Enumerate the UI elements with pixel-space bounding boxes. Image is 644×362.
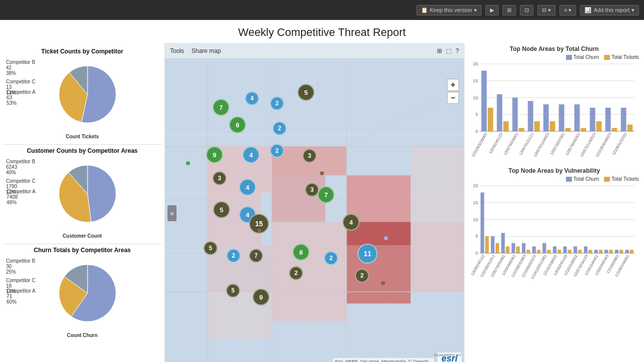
churn-bar-top_node_vulnerability-6 — [542, 243, 546, 253]
map-bubble-0[interactable]: 7 — [212, 99, 230, 116]
churn-bar-top_node_churn-6 — [574, 104, 580, 131]
map-bubble-7[interactable]: 4 — [242, 146, 260, 163]
brown-dot1 — [320, 171, 324, 175]
bar-label-top_node_churn-9: 121050131031 — [611, 132, 628, 156]
bar-chart-title-top_node_vulnerability: Top Node Areas by Vulnerability — [467, 167, 642, 174]
svg-rect-0 — [165, 59, 464, 362]
right-panel: Top Node Areas by Total ChurnTotal Churn… — [464, 43, 644, 362]
churn-bar-top_node_churn-5 — [559, 104, 564, 131]
map-icon1-button[interactable]: ⊞ — [437, 47, 442, 54]
pie-label-below-churn_totals: Count Churn — [5, 333, 160, 338]
svg-marker-9 — [272, 175, 326, 222]
tickets-bar-top_node_churn-3 — [534, 121, 540, 131]
map-bubble-19[interactable]: 2 — [226, 249, 240, 263]
churn-bar-top_node_churn-4 — [544, 104, 549, 131]
map-bubble-9[interactable]: 3 — [302, 149, 316, 163]
brown-dot3 — [381, 281, 385, 285]
tools-button[interactable]: Tools — [170, 47, 184, 54]
play-button[interactable]: ▶ — [486, 5, 498, 15]
tickets-bar-top_node_churn-9 — [628, 125, 633, 132]
legend-text: Total Churn — [574, 54, 599, 60]
pie-chart-title-churn_totals: Churn Totals by Competitor Areas — [5, 247, 160, 254]
svg-text:20: 20 — [473, 61, 478, 66]
top-bar: 📋 Keep this version ▾ ▶ ⊞ ⊡ ⊟ ▾ ≡ ▾ 📊 Ad… — [0, 0, 644, 20]
green-dot — [186, 161, 190, 165]
tool3-button[interactable]: ⊟ ▾ — [538, 5, 556, 15]
map-bubble-20[interactable]: 7 — [249, 249, 263, 263]
map-bubble-13[interactable]: 5 — [213, 201, 230, 218]
churn-bar-top_node_vulnerability-10 — [584, 247, 588, 254]
map-bubble-17[interactable]: 4 — [342, 214, 360, 231]
pie-legend-ticket_counts: Competitor A6353%Competitor B4238%Compet… — [6, 59, 36, 98]
tickets-bar-top_node_churn-7 — [596, 121, 602, 131]
map-bubble-1[interactable]: 4 — [245, 91, 259, 105]
bar-label-top_node_churn-3: 120570121111 — [518, 132, 534, 156]
zoom-out-button[interactable]: − — [447, 92, 459, 104]
churn-bar-top_node_churn-3 — [528, 101, 534, 131]
legend-label-a-customer_counts: Competitor A740848% — [6, 189, 36, 205]
tickets-bar-top_node_vulnerability-8 — [568, 250, 572, 253]
add-report-button[interactable]: 📊 Add this report ▾ — [580, 5, 639, 15]
churn-bar-top_node_vulnerability-1 — [491, 236, 494, 253]
tool4-button[interactable]: ≡ ▾ — [560, 5, 576, 15]
map-bubble-2[interactable]: 2 — [270, 96, 284, 110]
map-area[interactable]: 742562942334354157452782112259 + − » Esr… — [165, 59, 464, 362]
map-bubble-3[interactable]: 5 — [298, 84, 314, 101]
svg-text:15: 15 — [473, 200, 478, 205]
svg-line-25 — [346, 88, 464, 146]
bar-chart-title-top_node_churn: Top Node Areas by Total Churn — [467, 45, 642, 52]
map-bubble-5[interactable]: 2 — [272, 121, 286, 135]
pie-chart-title-ticket_counts: Ticket Counts by Competitor — [5, 48, 160, 55]
tickets-bar-top_node_vulnerability-6 — [547, 250, 550, 253]
map-bubble-10[interactable]: 3 — [212, 171, 226, 185]
share-map-button[interactable]: Share map — [192, 47, 221, 54]
map-bubble-6[interactable]: 9 — [206, 146, 223, 163]
bar-legend-item-top_node_vulnerability: Total Tickets — [604, 176, 639, 182]
churn-bar-top_node_vulnerability-2 — [501, 233, 504, 254]
legend-item-customer_counts-1: Competitor B624340% — [6, 159, 36, 175]
map-bubble-24[interactable]: 2 — [355, 269, 369, 283]
map-panel[interactable]: Tools Share map ⊞ ⬚ ? — [165, 43, 464, 362]
tickets-bar-top_node_churn-2 — [519, 128, 524, 131]
zoom-in-button[interactable]: + — [447, 79, 459, 91]
map-bubble-11[interactable]: 4 — [239, 179, 256, 196]
keep-version-button[interactable]: 📋 Keep this version ▾ — [416, 5, 482, 15]
churn-bar-top_node_vulnerability-11 — [594, 250, 598, 253]
churn-bar-top_node_vulnerability-9 — [574, 247, 577, 254]
pie-wrap-churn_totals: Competitor A7160%Competitor B3025%Compet… — [5, 256, 160, 332]
tickets-bar-top_node_vulnerability-1 — [496, 243, 499, 253]
map-bubble-22[interactable]: 2 — [324, 251, 338, 265]
tickets-bar-top_node_churn-6 — [581, 128, 586, 131]
churn-bar-top_node_vulnerability-8 — [563, 247, 566, 254]
tickets-bar-top_node_churn-0 — [488, 108, 494, 131]
map-bubble-25[interactable]: 2 — [289, 266, 303, 280]
add-report-label: Add this report — [594, 7, 630, 13]
map-bubble-21[interactable]: 8 — [292, 244, 310, 261]
pie-wrap-customer_counts: Competitor A740848%Competitor B624340%Co… — [5, 156, 160, 232]
bar-label-top_node_churn-4: 1205701104023 — [532, 132, 550, 158]
legend-color-swatch — [566, 55, 572, 60]
tickets-bar-top_node_churn-8 — [612, 128, 618, 131]
tool2-button[interactable]: ⊡ — [520, 5, 534, 15]
map-zoom-controls: + − — [447, 79, 459, 104]
map-bubble-26[interactable]: 5 — [226, 284, 240, 298]
tool1-button[interactable]: ⊞ — [502, 5, 516, 15]
map-bubble-4[interactable]: 6 — [229, 116, 246, 133]
bar-label-top_node_churn-2: 120570026001 — [502, 132, 519, 156]
svg-marker-17 — [410, 146, 464, 222]
tickets-bar-top_node_vulnerability-7 — [558, 250, 561, 253]
map-bubble-8[interactable]: 2 — [270, 144, 284, 158]
svg-text:10: 10 — [473, 217, 478, 222]
legend-label-a-ticket_counts: Competitor A6353% — [6, 89, 36, 106]
map-scroll-button[interactable]: » — [168, 205, 176, 221]
powered-by-esri: POWERED BY — [434, 353, 462, 358]
left-panel: Ticket Counts by CompetitorCompetitor A6… — [0, 43, 165, 362]
map-icon3-button[interactable]: ? — [456, 47, 459, 54]
map-bubble-27[interactable]: 9 — [252, 289, 270, 306]
map-bubble-12[interactable]: 3 — [305, 183, 319, 197]
svg-text:5: 5 — [476, 234, 478, 239]
map-bubble-23[interactable]: 11 — [358, 244, 378, 264]
map-bubble-16[interactable]: 7 — [318, 186, 334, 203]
map-icon2-button[interactable]: ⬚ — [446, 47, 452, 54]
map-bubble-18[interactable]: 5 — [204, 241, 218, 255]
